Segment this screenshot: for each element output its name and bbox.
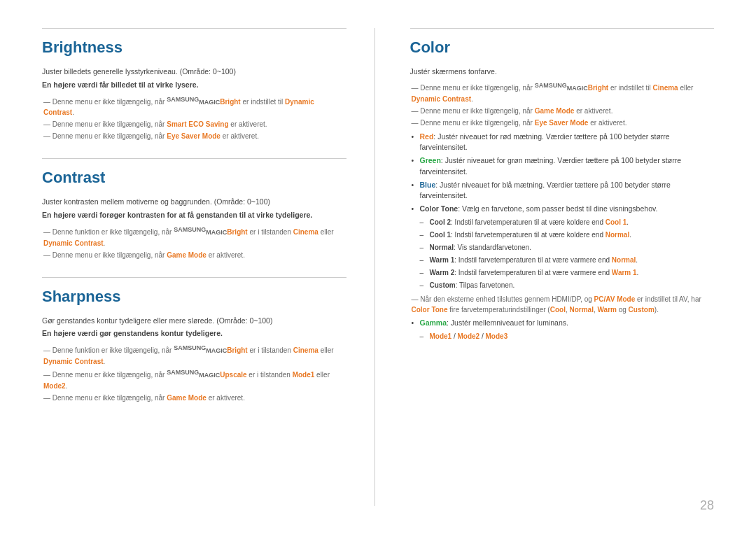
brightness-title: Brightness — [42, 38, 346, 57]
right-column: Color Justér skærmens tonfarve. Denne me… — [403, 28, 715, 506]
brightness-desc2: En højere værdi får billedet til at virk… — [42, 80, 346, 91]
brightness-section: Brightness Juster billedets generelle ly… — [42, 28, 346, 143]
sharpness-note1: Denne funktion er ikke tilgængelig, når … — [42, 344, 346, 367]
color-bullet-red: Red: Justér niveauet for rød mætning. Væ… — [410, 132, 715, 154]
sharpness-desc1: Gør genstandes kontur tydeligere eller m… — [42, 316, 346, 327]
contrast-note1: Denne funktion er ikke tilgængelig, når … — [42, 225, 346, 248]
sharpness-title: Sharpness — [42, 288, 346, 306]
color-title: Color — [410, 38, 715, 57]
sharpness-desc2: En højere værdi gør genstandens kontur t… — [42, 328, 346, 339]
brightness-desc1: Juster billedets generelle lysstyrkenive… — [42, 66, 346, 78]
color-subbullet-modes: Mode1 / Mode2 / Mode3 — [410, 331, 715, 342]
brightness-note1: Denne menu er ikke tilgængelig, når SAMS… — [42, 95, 346, 118]
color-note2: Denne menu er ikke tilgængelig, når Game… — [410, 106, 715, 116]
color-section: Color Justér skærmens tonfarve. Denne me… — [410, 28, 715, 344]
color-hdmi-note: Når den eksterne enhed tilsluttes gennem… — [410, 294, 715, 315]
color-subbullet-cool2: Cool 2: Indstil farvetemperaturen til at… — [410, 217, 715, 228]
left-column: Brightness Juster billedets generelle ly… — [42, 28, 375, 506]
page-number: 28 — [700, 498, 714, 513]
color-bullet-blue: Blue: Justér niveauet for blå mætning. V… — [410, 180, 715, 202]
sharpness-note2: Denne menu er ikke tilgængelig, når SAMS… — [42, 368, 346, 391]
brightness-note2: Denne menu er ikke tilgængelig, når Smar… — [42, 119, 346, 129]
color-note3: Denne menu er ikke tilgængelig, når Eye … — [410, 118, 715, 128]
color-subbullet-warm1: Warm 1: Indstil farvetemperaturen til at… — [410, 255, 715, 266]
contrast-divider — [42, 158, 346, 159]
color-bullet-colortone: Color Tone: Vælg en farvetone, som passe… — [410, 204, 715, 215]
contrast-section: Contrast Juster kontrasten mellem motive… — [42, 158, 346, 261]
color-divider — [410, 28, 715, 29]
color-subbullet-cool1: Cool 1: Indstil farvetemperaturen til at… — [410, 230, 715, 241]
color-subbullet-normal: Normal: Vis standardfarvetonen. — [410, 242, 715, 253]
color-subbullet-warm2: Warm 2: Indstil farvetemperaturen til at… — [410, 267, 715, 279]
contrast-desc1: Juster kontrasten mellem motiverne og ba… — [42, 197, 346, 208]
brightness-divider — [42, 28, 346, 29]
color-bullet-green: Green: Justér niveauet for grøn mætning.… — [410, 155, 715, 178]
contrast-title: Contrast — [42, 169, 346, 187]
contrast-note2: Denne menu er ikke tilgængelig, når Game… — [42, 250, 346, 260]
color-note1: Denne menu er ikke tilgængelig, når SAMS… — [410, 81, 715, 104]
color-subbullet-custom: Custom: Tilpas farvetonen. — [410, 280, 715, 291]
sharpness-note3: Denne menu er ikke tilgængelig, når Game… — [42, 393, 346, 403]
brightness-note3: Denne menu er ikke tilgængelig, når Eye … — [42, 131, 346, 141]
color-bullet-gamma: Gamma: Justér mellemniveauet for luminan… — [410, 318, 715, 329]
color-desc1: Justér skærmens tonfarve. — [410, 66, 715, 78]
sharpness-divider — [42, 277, 346, 278]
sharpness-section: Sharpness Gør genstandes kontur tydelige… — [42, 277, 346, 405]
contrast-desc2: En højere værdi forøger kontrasten for a… — [42, 210, 346, 221]
